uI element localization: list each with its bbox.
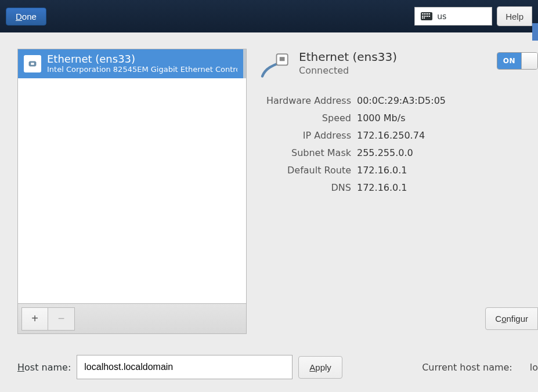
top-bar: Done us Help [0,0,538,32]
speed-value: 1000 Mb/s [357,112,538,124]
current-hostname-label: Current host name: [422,362,512,373]
keyboard-icon [421,12,432,20]
hw-address-value: 00:0C:29:A3:D5:05 [357,95,538,106]
detail-title-block: Ethernet (ens33) Connected [299,50,397,76]
interface-detail-panel: Ethernet (ens33) Connected ON Hardware A… [258,49,538,334]
ip-address-label: IP Address [258,130,351,141]
speed-label: Speed [258,112,351,124]
done-label-rest: one [22,12,37,21]
detail-status: Connected [299,65,397,76]
remove-interface-button[interactable]: − [48,307,75,331]
subnet-mask-label: Subnet Mask [258,147,351,158]
interface-name: Ethernet (ens33) [47,53,237,65]
svg-rect-1 [280,57,285,61]
add-interface-button[interactable]: + [21,307,48,331]
plus-icon: + [31,312,38,325]
toggle-knob [521,53,537,69]
interface-list[interactable]: Ethernet (ens33) Intel Corporation 82545… [17,49,247,304]
hostname-input[interactable] [77,355,293,379]
minus-icon: − [58,312,65,325]
interface-subtitle: Intel Corporation 82545EM Gigabit Ethern… [47,65,237,74]
interface-list-toolbar: + − [17,304,247,334]
ip-address-value: 172.16.250.74 [357,130,538,141]
default-route-label: Default Route [258,165,351,176]
detail-title: Ethernet (ens33) [299,50,397,64]
list-item-text: Ethernet (ens33) Intel Corporation 82545… [47,53,237,74]
keyboard-layout-code: us [437,12,446,21]
toggle-on-label: ON [497,53,521,69]
topbar-right: us Help [414,6,532,26]
ethernet-icon [258,50,291,85]
subnet-mask-value: 255.255.0.0 [357,147,538,158]
main-content: Ethernet (ens33) Intel Corporation 82545… [0,32,538,334]
current-hostname-value: lo [530,362,538,373]
dns-label: DNS [258,182,351,193]
interfaces-panel: Ethernet (ens33) Intel Corporation 82545… [17,49,247,334]
hw-address-label: Hardware Address [258,95,351,106]
apply-hostname-button[interactable]: Apply [298,356,342,379]
hostname-row: Host name: Apply Current host name: lo [17,355,538,379]
ethernet-plug-icon [24,55,41,72]
window-scrollbar[interactable] [532,23,538,41]
detail-header: Ethernet (ens33) Connected ON [258,50,538,85]
detail-properties: Hardware Address 00:0C:29:A3:D5:05 Speed… [258,95,538,193]
configure-button[interactable]: Configur [485,307,538,330]
keyboard-layout-indicator[interactable]: us [414,7,492,26]
help-label: Help [505,12,523,21]
default-route-value: 172.16.0.1 [357,165,538,176]
help-button[interactable]: Help [497,6,532,26]
connection-toggle[interactable]: ON [497,52,538,70]
list-item[interactable]: Ethernet (ens33) Intel Corporation 82545… [18,49,246,78]
hostname-label: Host name: [17,362,71,373]
done-button[interactable]: Done [6,8,46,26]
dns-value: 172.16.0.1 [357,182,538,193]
